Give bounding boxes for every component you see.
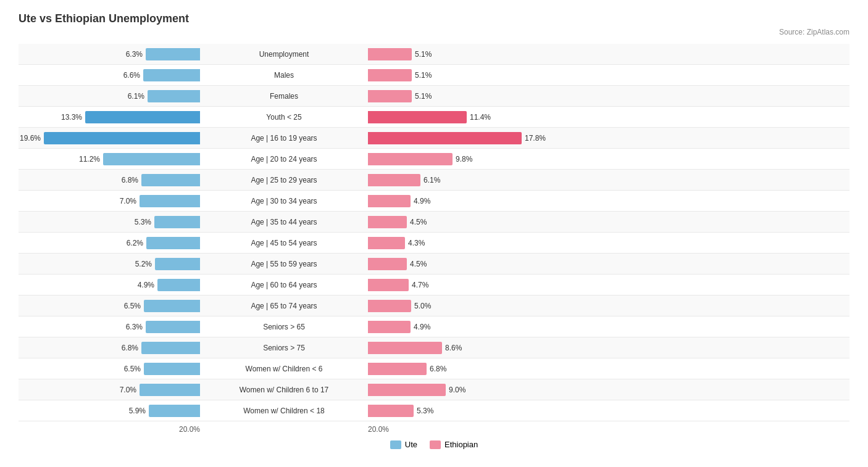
chart-row: 7.0% Women w/ Children 6 to 17 9.0%: [19, 379, 849, 400]
row-label: Women w/ Children < 18: [204, 407, 364, 415]
right-bar: [368, 48, 412, 60]
chart-title: Ute vs Ethiopian Unemployment: [19, 12, 849, 25]
left-bar: [85, 111, 200, 123]
chart-row: 6.8% Age | 25 to 29 years 6.1%: [19, 170, 849, 191]
left-value: 19.6%: [19, 134, 41, 143]
left-bar-area: 7.0%: [19, 195, 204, 207]
left-bar: [143, 69, 200, 81]
left-value: 6.8%: [116, 344, 138, 352]
chart-row: 19.6% Age | 16 to 19 years 17.8%: [19, 128, 849, 149]
chart-row: 5.9% Women w/ Children < 18 5.3%: [19, 400, 849, 421]
right-bar-area: 4.9%: [364, 195, 549, 207]
right-bar-area: 4.5%: [364, 258, 549, 270]
chart-row: 6.5% Age | 65 to 74 years 5.0%: [19, 295, 849, 316]
chart-row: 13.3% Youth < 25 11.4%: [19, 107, 849, 128]
legend-ute: Ute: [390, 440, 417, 449]
left-bar-area: 5.9%: [19, 405, 204, 417]
left-value: 6.5%: [119, 302, 141, 310]
row-label: Youth < 25: [204, 113, 364, 122]
row-label: Women w/ Children < 6: [204, 365, 364, 373]
chart-row: 6.6% Males 5.1%: [19, 65, 849, 86]
left-bar-area: 6.1%: [19, 90, 204, 102]
right-bar: [368, 279, 409, 291]
left-value: 6.2%: [121, 239, 143, 247]
axis-right-label: 20.0%: [364, 425, 549, 434]
left-bar: [146, 48, 200, 60]
right-value: 9.0%: [449, 386, 471, 394]
right-value: 6.8%: [430, 365, 452, 373]
right-bar-area: 17.8%: [364, 132, 549, 144]
row-label: Age | 35 to 44 years: [204, 218, 364, 226]
left-value: 6.1%: [122, 92, 144, 101]
right-value: 5.0%: [414, 302, 436, 310]
axis-left-label: 20.0%: [19, 425, 204, 434]
left-value: 6.5%: [119, 365, 141, 373]
right-value: 5.1%: [415, 92, 437, 101]
right-value: 11.4%: [470, 113, 492, 122]
row-label: Age | 16 to 19 years: [204, 134, 364, 143]
right-bar: [368, 174, 420, 186]
right-bar: [368, 90, 412, 102]
right-bar: [368, 258, 407, 270]
left-bar: [154, 216, 200, 228]
left-bar-area: 6.5%: [19, 363, 204, 375]
right-bar-area: 4.5%: [364, 216, 549, 228]
left-bar-area: 19.6%: [19, 132, 204, 144]
right-bar: [368, 132, 522, 144]
left-value: 11.2%: [78, 155, 100, 163]
right-value: 5.1%: [415, 50, 437, 59]
right-bar-area: 5.1%: [364, 69, 549, 81]
row-label: Seniors > 65: [204, 323, 364, 331]
right-bar: [368, 153, 453, 165]
right-bar: [368, 300, 411, 312]
left-value: 5.3%: [129, 218, 151, 226]
row-label: Women w/ Children 6 to 17: [204, 386, 364, 394]
left-bar-area: 6.8%: [19, 174, 204, 186]
left-bar-area: 5.3%: [19, 216, 204, 228]
row-label: Age | 30 to 34 years: [204, 197, 364, 205]
right-bar-area: 9.0%: [364, 384, 549, 396]
chart-row: 6.1% Females 5.1%: [19, 86, 849, 107]
right-bar: [368, 69, 412, 81]
left-bar: [144, 363, 200, 375]
left-bar: [148, 90, 200, 102]
row-label: Females: [204, 92, 364, 101]
left-value: 13.3%: [60, 113, 82, 122]
left-value: 7.0%: [114, 197, 136, 205]
chart-row: 5.2% Age | 55 to 59 years 4.5%: [19, 254, 849, 275]
right-bar: [368, 405, 414, 417]
left-value: 6.6%: [118, 71, 140, 80]
left-bar: [140, 384, 200, 396]
left-bar-area: 6.3%: [19, 48, 204, 60]
right-value: 4.5%: [410, 218, 432, 226]
left-bar: [103, 153, 200, 165]
right-bar-area: 5.3%: [364, 405, 549, 417]
legend-ute-box: [390, 440, 401, 449]
left-bar-area: 6.2%: [19, 237, 204, 249]
left-value: 6.8%: [116, 176, 138, 184]
left-bar: [144, 300, 200, 312]
right-bar: [368, 195, 411, 207]
right-bar-area: 8.6%: [364, 342, 549, 354]
right-bar-area: 11.4%: [364, 111, 549, 123]
right-bar: [368, 384, 446, 396]
right-bar: [368, 111, 467, 123]
left-bar: [149, 405, 200, 417]
chart-row: 11.2% Age | 20 to 24 years 9.8%: [19, 149, 849, 170]
source-label: Source: ZipAtlas.com: [19, 28, 849, 36]
right-bar-area: 6.1%: [364, 174, 549, 186]
legend: Ute Ethiopian: [19, 440, 849, 449]
right-bar-area: 5.1%: [364, 90, 549, 102]
legend-ethiopian-box: [430, 440, 441, 449]
chart-row: 5.3% Age | 35 to 44 years 4.5%: [19, 212, 849, 233]
left-bar-area: 6.6%: [19, 69, 204, 81]
right-bar: [368, 216, 407, 228]
left-value: 4.9%: [132, 281, 154, 289]
left-value: 5.9%: [123, 407, 146, 415]
chart-row: 6.3% Unemployment 5.1%: [19, 44, 849, 65]
legend-ethiopian-label: Ethiopian: [444, 440, 478, 449]
left-bar: [157, 279, 200, 291]
left-bar: [140, 195, 200, 207]
left-value: 7.0%: [114, 386, 136, 394]
right-value: 9.8%: [456, 155, 478, 163]
